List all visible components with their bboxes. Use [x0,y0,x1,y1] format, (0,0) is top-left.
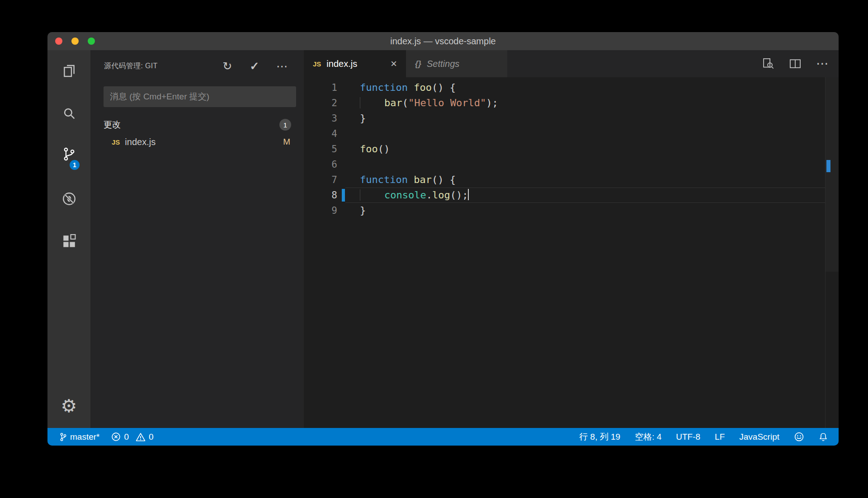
tab-bar: JS index.js × {} Settings ⋯ [304,50,839,77]
code-token [360,189,384,201]
vscode-window: index.js — vscode-sample 1 ⚙ [47,32,839,446]
line-number: 1 [304,80,344,95]
editor-more-actions-icon[interactable]: ⋯ [816,57,829,70]
code-token: function [360,174,408,185]
feedback-smiley-icon[interactable] [794,432,804,442]
code-line[interactable] [345,157,825,172]
code-line[interactable]: console.log(); [345,188,825,203]
indentation-item[interactable]: 空格: 4 [635,431,661,443]
close-tab-icon[interactable]: × [391,58,397,69]
overview-modified-marker [826,160,830,172]
notifications-bell-icon[interactable] [819,432,828,442]
gutter: 123456789 [304,80,344,218]
code-line[interactable] [345,126,825,141]
code-token: bar [414,174,432,185]
scrollbar-slider [826,77,839,272]
code-token: ); [486,97,498,108]
code-line[interactable]: bar("Hello World"); [345,95,825,111]
code-line[interactable]: function foo() { [345,80,825,95]
code-token: () [378,143,390,155]
commit-check-icon[interactable]: ✓ [249,61,260,72]
code-token: foo [360,143,378,155]
code-line[interactable]: function bar() { [345,172,825,188]
activity-bar: 1 ⚙ [47,50,90,428]
warning-count: 0 [149,432,154,442]
code-token: log [432,189,450,201]
js-file-icon: JS [112,138,120,146]
line-number: 3 [304,111,344,126]
error-icon [111,432,121,442]
code-token: function [360,82,408,93]
git-status-badge: M [283,137,290,147]
code-line[interactable]: foo() [345,141,825,157]
close-window-button[interactable] [55,38,62,45]
json-braces-icon: {} [415,59,421,69]
scm-count-badge: 1 [68,159,81,171]
code-token: bar [384,97,402,108]
line-number: 6 [304,157,344,172]
tab-label: index.js [326,59,357,69]
code-token [360,97,384,108]
branch-name: master* [70,432,99,442]
line-number: 7 [304,172,344,188]
tab-index-js[interactable]: JS index.js × [304,50,406,77]
git-modified-gutter-marker [342,189,345,202]
open-changes-icon[interactable] [762,57,774,70]
tab-settings[interactable]: {} Settings [406,50,507,77]
explorer-icon[interactable] [47,57,90,85]
code-editor[interactable]: 123456789 function foo() { bar("Hello Wo… [304,77,839,428]
cursor-position-item[interactable]: 行 8, 列 19 [579,431,620,443]
js-file-icon: JS [313,60,321,68]
encoding-item[interactable]: UTF-8 [676,432,700,442]
debug-icon[interactable] [47,185,90,212]
code-token: ( [402,97,408,108]
line-number: 4 [304,126,344,141]
changes-section[interactable]: 更改 1 [90,117,304,132]
error-count: 0 [124,432,129,442]
extensions-icon[interactable] [47,228,90,255]
status-bar: master* 0 0 行 8, 列 19 空格: 4 UTF-8 LF Jav… [47,428,839,446]
code-token: . [426,189,432,201]
tab-label: Settings [427,59,459,69]
scm-more-actions-icon[interactable]: ⋯ [276,61,287,72]
scm-title: 源代码管理: GIT [104,61,158,71]
line-number: 9 [304,203,344,218]
split-editor-icon[interactable] [789,57,802,70]
code-token: (); [450,189,468,201]
code-lines: function foo() { bar("Hello World");}foo… [345,80,825,218]
branch-icon [59,432,67,442]
code-token [408,82,414,93]
code-token: console [384,189,426,201]
code-line[interactable]: } [345,111,825,126]
line-number: 8 [304,188,344,203]
zoom-window-button[interactable] [88,38,95,45]
traffic-lights [55,38,95,45]
code-token: } [360,113,366,124]
line-number: 2 [304,95,344,111]
changes-count-badge: 1 [279,119,291,131]
text-cursor [468,189,469,200]
code-token: "Hello World" [408,97,486,108]
line-number: 5 [304,141,344,157]
window-title: index.js — vscode-sample [390,36,495,47]
code-line[interactable]: } [345,203,825,218]
titlebar: index.js — vscode-sample [47,32,839,50]
changed-file-row[interactable]: JS index.js M [90,134,304,150]
language-mode-item[interactable]: JavaScript [739,432,779,442]
refresh-icon[interactable]: ↻ [222,61,233,72]
code-token: () { [432,82,456,93]
search-icon[interactable] [47,100,90,127]
changes-label: 更改 [104,119,121,131]
commit-message-input[interactable] [104,86,296,107]
source-control-icon[interactable]: 1 [47,141,90,168]
changed-file-name: index.js [125,137,156,147]
editor-group: JS index.js × {} Settings ⋯ [304,50,839,428]
eol-item[interactable]: LF [715,432,725,442]
settings-gear-icon[interactable]: ⚙ [47,392,90,419]
problems-item[interactable]: 0 0 [111,432,153,442]
minimize-window-button[interactable] [71,38,79,45]
git-branch-item[interactable]: master* [59,432,99,442]
warning-icon [136,432,146,442]
scrollbar[interactable] [825,77,839,428]
code-token: } [360,205,366,216]
